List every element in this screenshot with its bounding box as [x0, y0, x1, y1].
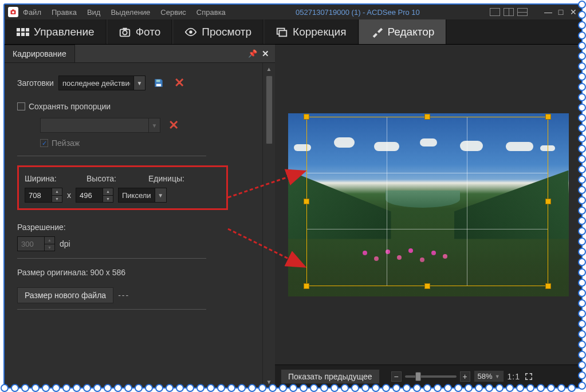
menu-select[interactable]: Выделение	[111, 8, 150, 17]
panel-header: Кадрирование 📌 ✕	[5, 45, 275, 63]
divider	[17, 309, 206, 310]
save-preset-button[interactable]	[151, 76, 166, 90]
width-label: Ширина:	[25, 174, 70, 183]
landscape-label: Пейзаж	[52, 138, 80, 148]
brush-icon	[371, 26, 383, 38]
zoom-in-button[interactable]: +	[460, 371, 470, 382]
dimensions-group: Ширина: Высота: Единицы: ▲▼ x	[17, 165, 228, 210]
spinner-down-icon[interactable]: ▼	[103, 196, 113, 203]
height-label: Высота:	[86, 174, 132, 183]
menu-view[interactable]: Вид	[87, 8, 101, 17]
svg-rect-8	[279, 30, 286, 36]
height-input[interactable]	[76, 188, 103, 202]
mode-photo-label: Фото	[136, 26, 161, 38]
layout-single-icon[interactable]	[490, 8, 500, 16]
app-window: Файл Правка Вид Выделение Сервис Справка…	[3, 3, 583, 389]
presets-combo[interactable]: ▼	[58, 76, 145, 90]
new-size-value: ---	[118, 291, 129, 300]
scrollbar-thumb[interactable]	[266, 76, 273, 144]
mode-develop[interactable]: Коррекция	[263, 19, 358, 44]
resolution-label: Разрешение:	[17, 223, 257, 232]
mode-editor-label: Редактор	[388, 26, 435, 38]
close-panel-button[interactable]: ✕	[262, 49, 269, 59]
chevron-down-icon[interactable]: ▼	[133, 76, 145, 90]
workarea: Кадрирование 📌 ✕ Заготовки ▼	[5, 45, 581, 387]
divider	[17, 156, 206, 156]
keep-ratio-checkbox[interactable]: Сохранять пропорции	[17, 102, 257, 111]
delete-preset-button[interactable]: ✕	[172, 76, 187, 90]
mode-manage[interactable]: Управление	[5, 19, 107, 44]
mode-photo[interactable]: Фото	[107, 19, 173, 44]
original-size-text: Размер оригинала: 900 x 586	[17, 268, 257, 277]
scroll-up-icon[interactable]: ▲	[266, 63, 272, 74]
crop-overlay[interactable]	[306, 117, 548, 286]
crop-handle-w[interactable]	[304, 199, 309, 204]
menu-help[interactable]: Справка	[196, 8, 226, 17]
crop-handle-ne[interactable]	[545, 114, 551, 120]
width-input[interactable]	[25, 188, 52, 202]
maximize-button[interactable]: □	[556, 7, 565, 17]
crop-handle-se[interactable]	[545, 283, 551, 289]
mode-develop-label: Коррекция	[293, 26, 346, 38]
mode-bar: Управление Фото Просмотр Коррекция Редак…	[5, 19, 581, 45]
spinner-down-icon[interactable]: ▼	[52, 196, 62, 203]
chevron-down-icon: ▼	[148, 118, 160, 132]
x-icon: ✕	[168, 118, 179, 133]
spinner-up-icon[interactable]: ▲	[52, 188, 62, 196]
crop-handle-n[interactable]	[424, 114, 430, 120]
mode-editor[interactable]: Редактор	[359, 19, 447, 44]
titlebar: Файл Правка Вид Выделение Сервис Справка…	[5, 5, 581, 19]
crop-handle-s[interactable]	[424, 283, 430, 289]
multiply-symbol: x	[67, 191, 71, 200]
eye-icon	[184, 26, 197, 38]
panel-tab-crop[interactable]: Кадрирование	[5, 45, 75, 62]
crop-handle-nw[interactable]	[304, 114, 309, 120]
layout-split-h-icon[interactable]	[517, 8, 528, 16]
spinner-up-icon[interactable]: ▲	[103, 188, 113, 196]
checkbox-checked-icon: ✓	[40, 139, 48, 147]
checkbox-icon	[17, 102, 25, 110]
chevron-down-icon[interactable]: ▼	[495, 374, 500, 379]
units-combo[interactable]: Пиксели ▼	[118, 188, 167, 203]
zoom-readout[interactable]: 58% ▼	[474, 370, 504, 382]
minimize-button[interactable]: —	[544, 7, 553, 17]
pin-icon[interactable]: 📌	[248, 49, 257, 58]
ratio-combo: ▼	[40, 118, 160, 133]
stack-icon	[276, 26, 288, 38]
zoom-out-button[interactable]: −	[391, 371, 402, 382]
chevron-down-icon[interactable]: ▼	[155, 188, 166, 202]
zoom-slider[interactable]	[405, 375, 457, 378]
close-window-button[interactable]: ✕	[569, 7, 578, 17]
dpi-label: dpi	[60, 239, 70, 248]
photo-preview[interactable]	[288, 113, 569, 296]
svg-rect-9	[156, 80, 160, 82]
window-title: 0527130719000 (1) - ACDSee Pro 10	[226, 8, 490, 17]
show-previous-button[interactable]: Показать предыдущее	[281, 369, 380, 384]
landscape-checkbox: ✓ Пейзаж	[40, 138, 257, 148]
canvas-area: Показать предыдущее − + 58% ▼ 1:1	[275, 45, 581, 387]
bottom-toolbar: Показать предыдущее − + 58% ▼ 1:1	[275, 365, 581, 387]
canvas[interactable]	[275, 45, 581, 365]
panel-scrollbar[interactable]: ▲ ▼	[262, 63, 275, 387]
zoom-slider-knob[interactable]	[415, 372, 421, 381]
crop-handle-sw[interactable]	[304, 283, 309, 289]
mode-view[interactable]: Просмотр	[172, 19, 263, 44]
new-file-size-button[interactable]: Размер нового файла	[17, 287, 113, 303]
scroll-down-icon[interactable]: ▼	[266, 376, 272, 387]
menu-edit[interactable]: Правка	[52, 8, 77, 17]
zoom-1to1-button[interactable]: 1:1	[508, 372, 520, 381]
menu-service[interactable]: Сервис	[160, 8, 186, 17]
width-spinner[interactable]: ▲▼	[25, 188, 62, 203]
zoom-value: 58%	[478, 372, 493, 381]
mode-manage-label: Управление	[34, 26, 95, 38]
fit-screen-icon[interactable]	[524, 371, 534, 382]
grid-icon	[17, 28, 29, 36]
menu-file[interactable]: Файл	[23, 8, 41, 17]
layout-split-v-icon[interactable]	[504, 8, 514, 16]
height-spinner[interactable]: ▲▼	[76, 188, 113, 203]
divider	[17, 258, 206, 259]
camera-icon	[119, 26, 131, 38]
clear-ratio-button[interactable]: ✕	[166, 118, 181, 133]
crop-handle-e[interactable]	[545, 199, 551, 204]
presets-value[interactable]	[59, 79, 133, 88]
